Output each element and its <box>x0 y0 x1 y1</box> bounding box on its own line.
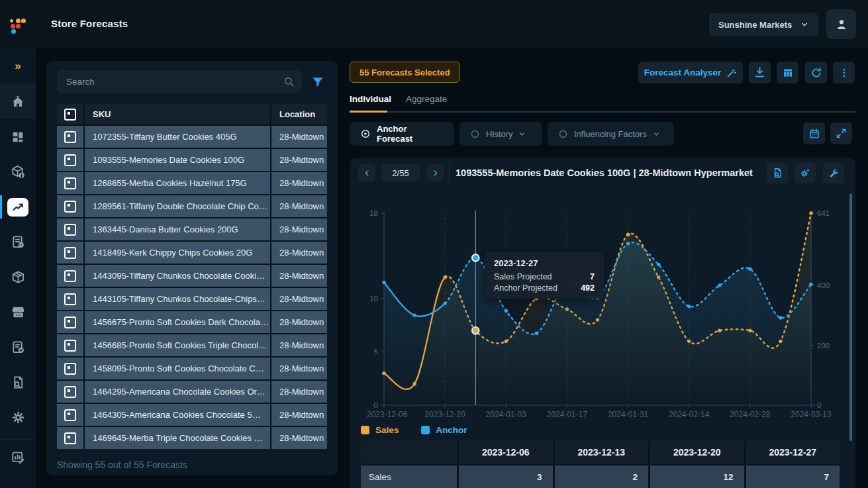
location-cell[interactable]: 28-Midtown <box>271 126 327 148</box>
row-checkbox[interactable] <box>57 242 83 264</box>
column-header-sku: SKU <box>85 104 270 124</box>
next-forecast-button[interactable] <box>426 164 444 181</box>
location-cell[interactable]: 28-Midtown <box>271 358 327 379</box>
sku-cell[interactable]: 1456685-Pronto Soft Cookies Triple Choco… <box>85 334 270 356</box>
history-toggle[interactable]: History <box>459 122 542 146</box>
location-cell[interactable]: 28-Midtown <box>271 242 327 264</box>
sidebar-item-planning[interactable] <box>0 224 36 260</box>
target-icon <box>360 128 371 139</box>
table-columns-button[interactable] <box>777 62 798 83</box>
sales-swatch-icon <box>361 426 369 434</box>
row-checkbox[interactable] <box>57 288 83 310</box>
sidebar-item-forecasts[interactable] <box>0 189 36 224</box>
row-checkbox[interactable] <box>57 311 83 333</box>
sidebar-item-inventory[interactable] <box>0 260 36 295</box>
sku-cell[interactable]: 1093555-Memories Date Cookies 100G <box>85 149 270 171</box>
row-checkbox[interactable] <box>57 195 83 217</box>
settings-sparkle-button[interactable] <box>795 162 816 183</box>
checkbox-icon <box>64 409 76 421</box>
market-selector[interactable]: Sunshine Markets <box>709 13 818 36</box>
sidebar-item-dashboard[interactable] <box>0 119 36 154</box>
svg-text:0: 0 <box>374 401 378 409</box>
double-chevron-right-icon: » <box>15 60 21 73</box>
row-checkbox[interactable] <box>57 358 83 379</box>
row-checkbox[interactable] <box>57 126 83 148</box>
row-checkbox[interactable] <box>57 334 83 356</box>
prev-forecast-button[interactable] <box>358 164 375 181</box>
sku-cell[interactable]: 1443095-Tiffany Chunkos Chocolate Cooki… <box>85 265 270 287</box>
user-avatar-button[interactable] <box>826 9 856 39</box>
checkbox-icon <box>64 363 76 375</box>
location-cell[interactable]: 28-Midtown <box>271 404 327 426</box>
calendar-button[interactable] <box>803 122 825 144</box>
wrench-button[interactable] <box>823 162 844 183</box>
sku-cell[interactable]: 1268655-Merba Cookies Hazelnut 175G <box>85 172 270 194</box>
sku-cell[interactable]: 1458095-Pronto Soft Cookies Chocolate C… <box>85 358 270 379</box>
influencing-factors-toggle[interactable]: Influencing Factors <box>548 122 674 146</box>
caret-down-icon <box>653 130 660 138</box>
anchor-forecast-toggle[interactable]: Anchor Forecast <box>350 122 454 146</box>
filter-icon[interactable] <box>311 75 324 89</box>
forecast-analyser-button[interactable]: Forecast Analyser <box>638 62 743 83</box>
checkbox-icon <box>64 386 76 398</box>
sku-cell[interactable]: 1363445-Danisa Butter Cookies 200G <box>85 219 270 240</box>
forecast-line-chart[interactable]: 05101802004006412023-12-062023-12-202024… <box>350 189 855 425</box>
row-checkbox[interactable] <box>57 149 83 171</box>
bottom-table-date-header: 2023-12-13 <box>555 441 649 464</box>
tab-individual[interactable]: Individual <box>350 94 391 111</box>
refresh-button[interactable] <box>805 62 827 83</box>
location-cell[interactable]: 28-Midtown <box>271 219 327 240</box>
sku-cell[interactable]: 1289561-Tiffany Double Chocolate Chip Co… <box>85 195 270 217</box>
svg-text:641: 641 <box>817 209 830 217</box>
sku-cell[interactable]: 1464305-Americana Cookies Chocolate 5… <box>85 404 270 426</box>
row-checkbox[interactable] <box>57 381 83 403</box>
row-checkbox[interactable] <box>57 172 83 194</box>
download-button[interactable] <box>749 62 771 83</box>
location-cell[interactable]: 28-Midtown <box>271 311 327 333</box>
sidebar-item-analysis[interactable] <box>0 365 36 400</box>
location-cell[interactable]: 28-Midtown <box>271 334 327 356</box>
sku-cell[interactable]: 1469645-Merba Triple Chocolate Cookies … <box>85 427 270 449</box>
legend-item-sales[interactable]: Sales <box>361 425 399 435</box>
legend-item-anchor[interactable]: Anchor <box>421 425 467 435</box>
sku-cell[interactable]: 1072355-Tiffany Butter Cookies 405G <box>85 126 270 148</box>
select-all-checkbox[interactable] <box>57 104 83 124</box>
sidebar-item-home[interactable] <box>0 84 36 119</box>
search-input[interactable] <box>57 70 302 93</box>
file-search-button[interactable] <box>767 162 788 183</box>
tooltip-label: Anchor Projected <box>494 283 557 293</box>
svg-text:400: 400 <box>817 281 830 289</box>
location-cell[interactable]: 28-Midtown <box>271 149 327 171</box>
sidebar-item-expand-sidebar[interactable]: » <box>0 48 36 84</box>
bottom-table-value: 12 <box>650 465 744 488</box>
location-cell[interactable]: 28-Midtown <box>271 265 327 287</box>
tab-aggregate[interactable]: Aggregate <box>406 94 447 111</box>
tabs-underline <box>350 111 855 113</box>
sku-cell[interactable]: 1464295-Americana Chocolate Cookies Or… <box>85 381 270 403</box>
sidebar-item-stores[interactable] <box>0 295 36 330</box>
location-cell[interactable]: 28-Midtown <box>271 381 327 403</box>
location-cell[interactable]: 28-Midtown <box>271 288 327 310</box>
results-count: Showing 55 out of 55 Forecasts <box>57 460 327 470</box>
kebab-menu-button[interactable] <box>833 62 855 83</box>
sku-cell[interactable]: 1456675-Pronto Soft Cookies Dark Chocola… <box>85 311 270 333</box>
document-check-icon <box>11 340 26 355</box>
row-checkbox[interactable] <box>57 219 83 240</box>
sidebar-item-approvals[interactable] <box>0 330 36 365</box>
checkbox-icon <box>64 317 76 328</box>
location-cell[interactable]: 28-Midtown <box>271 427 327 449</box>
sku-cell[interactable]: 1443105-Tiffany Chunkos Chocolate-Chips… <box>85 288 270 310</box>
location-cell[interactable]: 28-Midtown <box>271 172 327 194</box>
location-cell[interactable]: 28-Midtown <box>271 195 327 217</box>
sidebar-item-reports[interactable] <box>0 439 36 475</box>
row-checkbox[interactable] <box>57 427 83 449</box>
sku-cell[interactable]: 1418495-Kerk Chippy Chips Cookies 20G <box>85 242 270 264</box>
magic-wand-icon <box>726 68 737 78</box>
sidebar-item-settings[interactable] <box>0 400 36 435</box>
row-checkbox[interactable] <box>57 404 83 426</box>
tooltip-value: 492 <box>581 283 595 293</box>
row-checkbox[interactable] <box>57 265 83 287</box>
expand-chart-button[interactable] <box>830 122 852 144</box>
card-scrollbar[interactable] <box>849 193 852 441</box>
sidebar-item-products[interactable] <box>0 154 36 189</box>
